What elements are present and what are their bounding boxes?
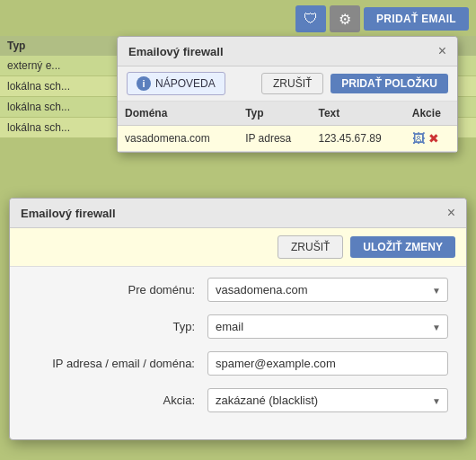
col-text: Text [312, 102, 405, 126]
cancel-button-top[interactable]: ZRUŠIŤ [261, 73, 323, 94]
add-item-button[interactable]: PRIDAŤ POLOŽKU [331, 74, 448, 93]
add-email-button[interactable]: PRIDAŤ EMAIL [364, 7, 469, 31]
form-save-button[interactable]: ULOŽIŤ ZMENY [350, 236, 455, 258]
type-row: Typ: email IP adresa doména ▼ [28, 314, 448, 339]
modal-top: Emailový firewall × i NÁPOVEDA ZRUŠIŤ PR… [117, 36, 458, 153]
action-label: Akcia: [28, 394, 207, 407]
col-type: Typ [238, 102, 311, 126]
domain-select[interactable]: vasadomena.com [207, 278, 448, 302]
gear-icon: ⚙ [339, 11, 351, 28]
help-label: NÁPOVEDA [155, 77, 216, 90]
cell-actions: 🖼 ✖ [405, 126, 457, 152]
edit-icon[interactable]: 🖼 [412, 131, 425, 146]
modal-bottom-close-button[interactable]: × [447, 206, 455, 220]
type-label: Typ: [28, 320, 207, 333]
modal-top-title: Emailový firewall [128, 45, 224, 58]
col-actions: Akcie [405, 102, 457, 126]
action-select[interactable]: zakázané (blacklist) povolené (whitelist… [207, 388, 448, 412]
action-icons: 🖼 ✖ [412, 131, 450, 146]
modal-bottom-title: Emailový firewall [21, 207, 116, 220]
domain-select-wrapper: vasadomena.com ▼ [207, 278, 448, 302]
ip-row: IP adresa / email / doména: [28, 351, 448, 376]
form-body: Pre doménu: vasadomena.com ▼ Typ: email … [10, 267, 466, 439]
help-button[interactable]: i NÁPOVEDA [127, 72, 225, 95]
form-cancel-button[interactable]: ZRUŠIŤ [278, 235, 343, 259]
ip-label: IP adresa / email / doména: [28, 357, 207, 370]
form-toolbar: ZRUŠIŤ ULOŽIŤ ZMENY [10, 228, 466, 267]
type-select-wrapper: email IP adresa doména ▼ [207, 314, 448, 339]
cell-domain: vasadomena.com [118, 126, 238, 152]
action-row: Akcia: zakázané (blacklist) povolené (wh… [28, 388, 448, 412]
firewall-table: Doména Typ Text Akcie vasadomena.com IP … [118, 102, 457, 152]
domain-label: Pre doménu: [28, 283, 207, 296]
type-select[interactable]: email IP adresa doména [207, 314, 448, 339]
info-icon: i [137, 76, 151, 91]
top-toolbar: 🛡 ⚙ PRIDAŤ EMAIL [288, 0, 476, 38]
table-header-row: Doména Typ Text Akcie [118, 102, 457, 126]
col-domain: Doména [118, 102, 238, 126]
table-row: vasadomena.com IP adresa 123.45.67.89 🖼 … [118, 126, 457, 152]
bg-col-type: Typ [7, 40, 133, 52]
modal-bottom: Emailový firewall × ZRUŠIŤ ULOŽIŤ ZMENY … [9, 198, 467, 440]
gear-button[interactable]: ⚙ [330, 5, 360, 32]
delete-icon[interactable]: ✖ [428, 131, 439, 146]
modal-top-toolbar: i NÁPOVEDA ZRUŠIŤ PRIDAŤ POLOŽKU [118, 66, 457, 102]
action-select-wrapper: zakázané (blacklist) povolené (whitelist… [207, 388, 448, 412]
modal-top-close-button[interactable]: × [438, 44, 446, 58]
cell-type: IP adresa [238, 126, 311, 152]
ip-input[interactable] [207, 351, 448, 376]
shield-icon: 🛡 [304, 11, 318, 27]
cell-text: 123.45.67.89 [312, 126, 405, 152]
domain-row: Pre doménu: vasadomena.com ▼ [28, 278, 448, 302]
shield-button[interactable]: 🛡 [295, 5, 326, 32]
modal-top-header: Emailový firewall × [118, 37, 457, 66]
modal-bottom-header: Emailový firewall × [10, 199, 466, 228]
